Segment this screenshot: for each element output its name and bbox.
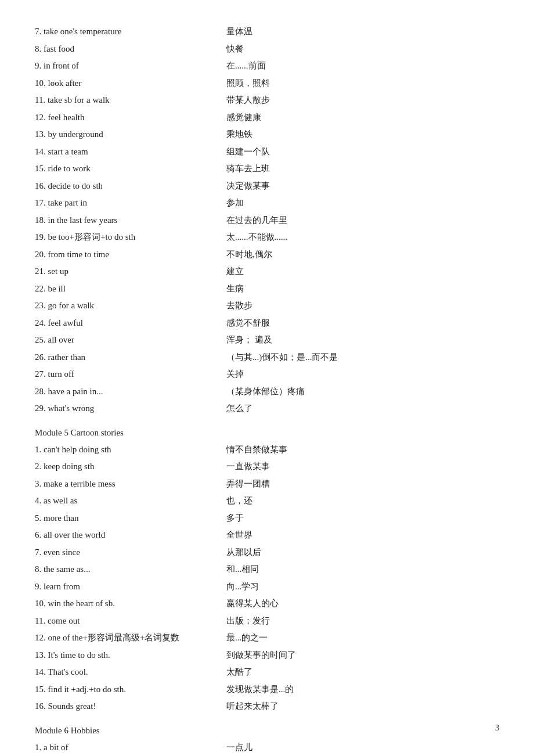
list-item: 1. can't help doing sth情不自禁做某事	[35, 441, 499, 459]
phrase-chinese: 乘地铁	[215, 127, 252, 142]
phrase-chinese: 感觉健康	[215, 110, 261, 125]
phrase-english: 11. take sb for a walk	[35, 93, 215, 108]
phrase-list-module6: 1. a bit of一点儿2. collect stamps收集邮票3. ha…	[35, 739, 499, 757]
phrase-english: 13. by underground	[35, 127, 215, 142]
phrase-chinese: 不时地,偶尔	[215, 247, 272, 262]
initial-list: 7. take one's temperature量体温8. fast food…	[35, 23, 499, 417]
phrase-english: 11. come out	[35, 614, 215, 629]
list-item: 8. the same as...和...相同	[35, 561, 499, 578]
phrase-chinese: 太......不能做......	[215, 230, 287, 245]
list-item: 9. learn from向...学习	[35, 578, 499, 596]
phrase-english: 18. in the last few years	[35, 213, 215, 228]
phrase-chinese: 向...学习	[215, 579, 259, 595]
list-item: 10. look after照顾，照料	[35, 75, 499, 92]
list-item: 6. all over the world全世界	[35, 527, 499, 544]
phrase-chinese: 生病	[215, 282, 244, 297]
phrase-chinese: 赢得某人的心	[215, 596, 279, 611]
phrase-chinese: 全世界	[215, 528, 252, 543]
list-item: 23. go for a walk去散步	[35, 297, 499, 315]
phrase-english: 26. rather than	[35, 350, 215, 365]
phrase-english: 6. all over the world	[35, 528, 215, 543]
list-item: 20. from time to time不时地,偶尔	[35, 246, 499, 264]
list-item: 13. by underground乘地铁	[35, 126, 499, 143]
phrase-chinese: 去散步	[215, 298, 252, 314]
phrase-english: 20. from time to time	[35, 247, 215, 262]
phrase-english: 8. the same as...	[35, 562, 215, 577]
phrase-english: 13. It's time to do sth.	[35, 648, 215, 663]
phrase-chinese: 听起来太棒了	[215, 699, 279, 714]
phrase-english: 22. be ill	[35, 282, 215, 297]
phrase-english: 12. feel health	[35, 110, 215, 125]
phrase-english: 16. Sounds great!	[35, 699, 215, 714]
list-item: 5. more than多于	[35, 510, 499, 527]
phrase-english: 3. make a terrible mess	[35, 477, 215, 492]
list-item: 13. It's time to do sth.到做某事的时间了	[35, 647, 499, 664]
list-item: 14. That's cool.太酷了	[35, 664, 499, 681]
phrase-chinese: 弄得一团糟	[215, 477, 270, 492]
phrase-chinese: 带某人散步	[215, 93, 270, 108]
phrase-chinese: 建立	[215, 264, 244, 279]
phrase-chinese: 骑车去上班	[215, 161, 270, 177]
phrase-chinese: 浑身； 遍及	[215, 333, 272, 348]
list-item: 9. in front of在......前面	[35, 57, 499, 75]
list-item: 27. turn off关掉	[35, 366, 499, 383]
list-item: 2. keep doing sth一直做某事	[35, 458, 499, 476]
phrase-chinese: 最...的之一	[215, 631, 268, 646]
phrase-english: 15. ride to work	[35, 161, 215, 177]
phrase-english: 23. go for a walk	[35, 298, 215, 314]
phrase-english: 12. one of the+形容词最高级+名词复数	[35, 631, 215, 646]
phrase-chinese: 一点儿	[215, 740, 252, 755]
phrase-english: 1. can't help doing sth	[35, 442, 215, 458]
phrase-english: 14. start a team	[35, 145, 215, 160]
phrase-english: 7. even since	[35, 545, 215, 560]
phrase-chinese: 快餐	[215, 42, 244, 57]
phrase-english: 27. turn off	[35, 367, 215, 382]
phrase-chinese: 和...相同	[215, 562, 259, 577]
phrase-english: 17. take part in	[35, 196, 215, 211]
phrase-english: 5. more than	[35, 511, 215, 526]
list-item: 7. take one's temperature量体温	[35, 23, 499, 41]
phrase-english: 29. what's wrong	[35, 401, 215, 416]
phrase-chinese: 怎么了	[215, 401, 252, 416]
list-item: 15. find it +adj.+to do sth.发现做某事是...的	[35, 681, 499, 699]
phrase-chinese: 发现做某事是...的	[215, 682, 294, 697]
list-item: 21. set up建立	[35, 263, 499, 280]
module5-header: Module 5 Cartoon stories	[35, 428, 499, 438]
phrase-chinese: 情不自禁做某事	[215, 442, 287, 458]
list-item: 22. be ill生病	[35, 280, 499, 298]
list-item: 26. rather than（与其...)倒不如；是...而不是	[35, 349, 499, 366]
phrase-chinese: 参加	[215, 196, 244, 211]
module5-section: Module 5 Cartoon stories 1. can't help d…	[35, 428, 499, 715]
list-item: 18. in the last few years在过去的几年里	[35, 212, 499, 229]
phrase-chinese: 在过去的几年里	[215, 213, 287, 228]
phrase-chinese: 量体温	[215, 24, 252, 39]
list-item: 4. as well as也，还	[35, 492, 499, 510]
phrase-chinese: 出版；发行	[215, 614, 270, 629]
module6-section: Module 6 Hobbies 1. a bit of一点儿2. collec…	[35, 726, 499, 757]
phrase-chinese: 到做某事的时间了	[215, 648, 296, 663]
phrase-chinese: 关掉	[215, 367, 244, 382]
list-item: 12. feel health感觉健康	[35, 109, 499, 127]
phrase-english: 9. learn from	[35, 579, 215, 595]
list-item: 17. take part in参加	[35, 195, 499, 212]
list-item: 19. be too+形容词+to do sth太......不能做......	[35, 229, 499, 246]
page-content: 7. take one's temperature量体温8. fast food…	[35, 23, 499, 756]
list-item: 11. take sb for a walk带某人散步	[35, 92, 499, 109]
phrase-chinese: 在......前面	[215, 59, 266, 74]
list-item: 16. Sounds great!听起来太棒了	[35, 698, 499, 715]
phrase-chinese: 感觉不舒服	[215, 316, 270, 331]
phrase-english: 25. all over	[35, 333, 215, 348]
phrase-chinese: 组建一个队	[215, 145, 270, 160]
list-item: 25. all over浑身； 遍及	[35, 332, 499, 349]
list-item: 15. ride to work骑车去上班	[35, 160, 499, 178]
list-item: 16. decide to do sth决定做某事	[35, 178, 499, 195]
phrase-english: 19. be too+形容词+to do sth	[35, 230, 215, 245]
phrase-list-initial: 7. take one's temperature量体温8. fast food…	[35, 23, 499, 417]
phrase-english: 4. as well as	[35, 494, 215, 509]
phrase-english: 10. look after	[35, 76, 215, 91]
list-item: 11. come out出版；发行	[35, 613, 499, 630]
phrase-chinese: （与其...)倒不如；是...而不是	[215, 350, 338, 365]
list-item: 10. win the heart of sb.赢得某人的心	[35, 595, 499, 613]
list-item: 24. feel awful感觉不舒服	[35, 315, 499, 332]
list-item: 1. a bit of一点儿	[35, 739, 499, 757]
